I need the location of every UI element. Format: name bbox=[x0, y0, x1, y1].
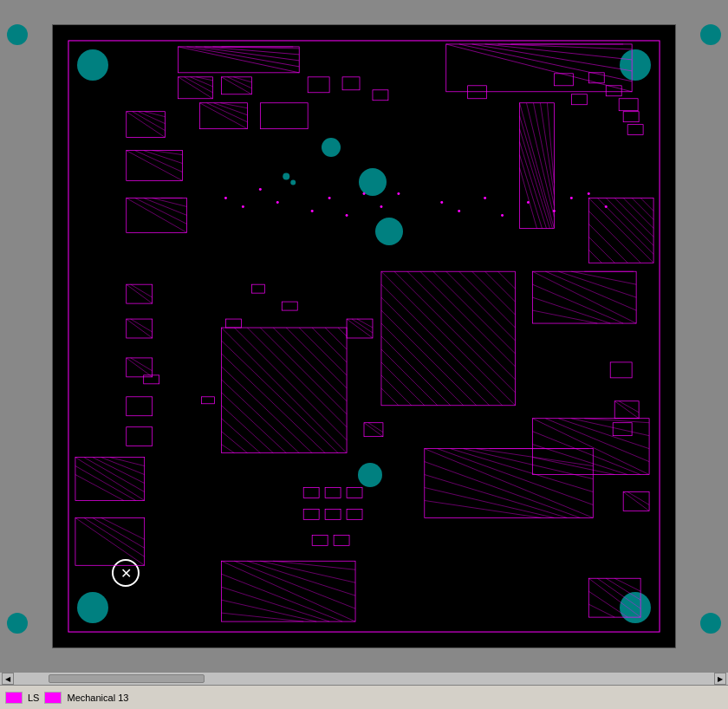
svg-line-38 bbox=[299, 328, 347, 375]
svg-point-220 bbox=[259, 188, 262, 191]
svg-line-21 bbox=[127, 151, 183, 181]
svg-line-64 bbox=[381, 310, 477, 406]
horizontal-scrollbar[interactable]: ◀ ▶ bbox=[0, 673, 728, 685]
svg-point-236 bbox=[605, 205, 608, 208]
svg-point-221 bbox=[276, 201, 279, 204]
svg-line-46 bbox=[221, 393, 286, 453]
svg-line-149 bbox=[606, 578, 640, 600]
svg-line-194 bbox=[347, 319, 373, 338]
svg-line-32 bbox=[221, 328, 347, 453]
pcb-canvas[interactable] bbox=[52, 24, 676, 648]
svg-line-144 bbox=[588, 237, 614, 263]
svg-line-176 bbox=[127, 319, 153, 338]
svg-line-66 bbox=[381, 336, 451, 406]
svg-line-127 bbox=[540, 103, 554, 195]
svg-line-44 bbox=[221, 367, 312, 453]
svg-line-135 bbox=[588, 198, 653, 263]
svg-point-228 bbox=[440, 201, 443, 204]
svg-rect-203 bbox=[303, 509, 319, 519]
svg-rect-215 bbox=[619, 99, 638, 111]
svg-line-79 bbox=[532, 310, 597, 323]
svg-line-106 bbox=[221, 574, 342, 621]
svg-line-83 bbox=[558, 419, 649, 449]
svg-line-35 bbox=[260, 328, 347, 414]
svg-rect-202 bbox=[347, 488, 362, 498]
svg-point-233 bbox=[553, 210, 556, 212]
svg-line-122 bbox=[101, 517, 145, 539]
svg-line-82 bbox=[545, 419, 649, 462]
svg-line-52 bbox=[381, 271, 516, 406]
svg-point-219 bbox=[242, 205, 244, 208]
svg-rect-207 bbox=[334, 535, 349, 545]
outer-corner-tl bbox=[7, 24, 28, 45]
svg-line-209 bbox=[623, 492, 649, 511]
svg-line-161 bbox=[233, 77, 251, 82]
svg-line-116 bbox=[75, 466, 136, 501]
svg-line-97 bbox=[425, 475, 568, 518]
svg-rect-204 bbox=[325, 509, 341, 519]
svg-line-55 bbox=[420, 271, 516, 367]
svg-line-167 bbox=[220, 103, 247, 108]
svg-line-84 bbox=[571, 419, 649, 436]
svg-rect-187 bbox=[613, 423, 632, 436]
svg-rect-201 bbox=[325, 488, 341, 498]
svg-line-165 bbox=[207, 103, 248, 122]
svg-line-54 bbox=[407, 271, 516, 380]
svg-line-152 bbox=[588, 604, 614, 617]
pcb-traces-svg bbox=[53, 25, 675, 647]
svg-point-238 bbox=[290, 180, 296, 185]
svg-line-143 bbox=[588, 224, 627, 263]
svg-line-39 bbox=[312, 328, 347, 362]
svg-line-68 bbox=[381, 362, 425, 406]
svg-line-49 bbox=[221, 432, 247, 453]
svg-rect-163 bbox=[260, 103, 308, 129]
svg-point-232 bbox=[527, 201, 530, 204]
svg-rect-191 bbox=[251, 284, 264, 293]
svg-line-93 bbox=[464, 449, 594, 479]
svg-line-9 bbox=[446, 44, 632, 92]
svg-rect-170 bbox=[468, 86, 487, 99]
scroll-left-button[interactable]: ◀ bbox=[2, 673, 14, 685]
svg-line-121 bbox=[93, 517, 145, 548]
svg-line-58 bbox=[459, 271, 516, 328]
svg-line-59 bbox=[472, 271, 516, 315]
svg-line-115 bbox=[110, 458, 145, 466]
main-area: ◀ ▶ LS Mechanical 13 bbox=[0, 0, 728, 709]
svg-point-222 bbox=[311, 210, 314, 212]
svg-line-28 bbox=[144, 198, 187, 215]
status-bar: LS Mechanical 13 bbox=[0, 685, 728, 709]
svg-line-85 bbox=[584, 419, 649, 423]
layer-color-box-2 bbox=[44, 692, 62, 704]
svg-line-11 bbox=[472, 44, 632, 71]
svg-line-104 bbox=[260, 561, 355, 582]
svg-point-234 bbox=[570, 197, 573, 199]
svg-rect-168 bbox=[308, 77, 329, 93]
layer-id-label: LS bbox=[28, 693, 39, 703]
svg-line-173 bbox=[127, 284, 153, 303]
svg-rect-200 bbox=[303, 488, 319, 498]
svg-line-154 bbox=[179, 77, 213, 99]
svg-line-57 bbox=[446, 271, 516, 341]
svg-rect-211 bbox=[554, 74, 573, 86]
svg-rect-217 bbox=[627, 125, 643, 135]
svg-line-63 bbox=[381, 297, 490, 406]
svg-rect-189 bbox=[202, 397, 215, 404]
svg-line-33 bbox=[234, 328, 347, 440]
svg-point-229 bbox=[458, 210, 460, 212]
scroll-thumb[interactable] bbox=[49, 674, 205, 683]
svg-line-101 bbox=[221, 561, 355, 621]
svg-line-119 bbox=[75, 517, 145, 565]
svg-rect-186 bbox=[610, 362, 632, 378]
svg-line-109 bbox=[221, 613, 303, 621]
svg-line-113 bbox=[93, 458, 145, 484]
svg-line-140 bbox=[632, 198, 653, 219]
svg-line-40 bbox=[325, 328, 347, 349]
svg-line-34 bbox=[247, 328, 347, 427]
svg-line-159 bbox=[221, 77, 251, 94]
svg-line-56 bbox=[433, 271, 516, 354]
svg-line-96 bbox=[425, 462, 581, 518]
scroll-right-button[interactable]: ▶ bbox=[714, 673, 726, 685]
svg-line-102 bbox=[234, 561, 355, 608]
svg-line-5 bbox=[205, 47, 300, 55]
svg-line-120 bbox=[84, 517, 145, 556]
